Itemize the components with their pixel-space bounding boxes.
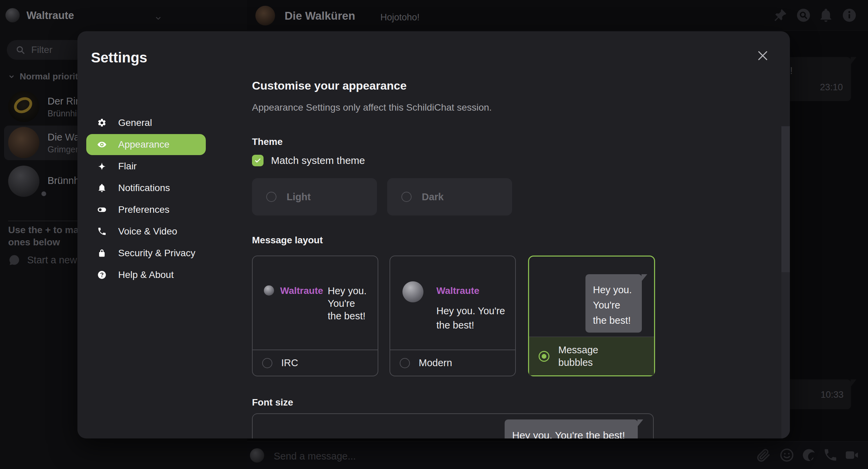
close-icon[interactable]	[756, 49, 770, 62]
question-circle-icon	[97, 270, 107, 280]
match-system-theme-checkbox[interactable]	[252, 155, 264, 166]
settings-content: Customise your appearance Appearance Set…	[252, 31, 654, 438]
room-avatar	[8, 166, 39, 197]
layout-option-irc[interactable]: Waltraute Hey you. You're the best! IRC	[252, 256, 378, 376]
modern-label: Modern	[419, 357, 452, 369]
room-preview: Grimger	[48, 145, 78, 154]
radio-modern[interactable]	[400, 358, 410, 368]
theme-option-dark[interactable]: Dark	[387, 178, 512, 215]
page-subtitle: Appearance Settings only affect this Sch…	[252, 102, 492, 113]
bubble-tail	[641, 274, 647, 281]
sender-avatar	[402, 281, 423, 302]
nav-label: Security & Privacy	[118, 248, 195, 259]
match-system-theme-label: Match system theme	[271, 155, 365, 166]
voice-call-icon[interactable]	[823, 448, 838, 463]
check-icon	[254, 156, 262, 165]
room-avatar	[8, 127, 39, 158]
font-size-preview-panel: Hey you. You're the best!	[252, 413, 654, 438]
sender-avatar	[264, 285, 274, 296]
section-normal-priority[interactable]: Normal priority	[8, 71, 83, 82]
layout-option-modern[interactable]: Waltraute Hey you. You're the best! Mode…	[390, 256, 516, 376]
section-label: Normal priority	[20, 71, 83, 82]
nav-label: General	[118, 117, 152, 128]
user-name[interactable]: Waltraute	[26, 10, 74, 22]
phone-icon	[97, 227, 107, 236]
radio-bubbles-selected[interactable]	[539, 351, 549, 362]
chevron-down-icon[interactable]	[155, 15, 162, 22]
user-avatar[interactable]	[5, 8, 20, 22]
toggle-icon	[97, 205, 107, 214]
sticker-icon[interactable]	[801, 448, 816, 463]
layout-option-bubbles[interactable]: Hey you. You're the best! Message bubble…	[528, 256, 655, 376]
nav-item-security-privacy[interactable]: Security & Privacy	[86, 243, 206, 264]
message-input[interactable]: Send a message...	[274, 451, 356, 462]
lock-icon	[97, 248, 107, 258]
room-topic[interactable]: Hojotoho!	[380, 12, 420, 23]
message-layout-heading: Message layout	[252, 235, 323, 246]
preview-message: Hey you. You're the best!	[436, 304, 505, 332]
chevron-down-icon	[8, 73, 15, 80]
font-size-heading: Font size	[252, 397, 293, 408]
room-header-avatar[interactable]	[255, 6, 275, 25]
irc-label: IRC	[281, 357, 298, 369]
room-avatar	[8, 91, 39, 122]
nav-item-general[interactable]: General	[86, 112, 206, 133]
preview-bubble: Hey you. You're the best!	[585, 274, 642, 333]
bubbles-preview: Hey you. You're the best!	[529, 257, 654, 337]
nav-label: Flair	[118, 161, 137, 172]
app: Waltraute Filter Normal priority Der Rin…	[0, 0, 868, 469]
info-icon[interactable]	[842, 7, 857, 23]
theme-option-light[interactable]: Light	[252, 178, 377, 215]
nav-item-voice-video[interactable]: Voice & Video	[86, 221, 206, 242]
settings-scrollbar[interactable]	[781, 126, 790, 438]
composer-avatar	[250, 448, 264, 463]
dialog-title: Settings	[91, 50, 147, 66]
nav-label: Notifications	[118, 183, 170, 193]
room-name: Die Wal	[48, 132, 82, 143]
sender-name: Waltraute	[280, 285, 323, 296]
theme-section-heading: Theme	[252, 136, 283, 147]
bubble-tail	[637, 419, 643, 427]
nav-item-notifications[interactable]: Notifications	[86, 177, 206, 199]
match-system-theme-row: Match system theme	[252, 155, 365, 166]
radio-dark[interactable]	[401, 192, 412, 202]
settings-dialog: Settings General Appearance Flair Notifi…	[77, 31, 790, 438]
room-name: Brünnh	[48, 175, 79, 186]
room-title[interactable]: Die Walküren	[285, 10, 355, 22]
font-preview-bubble: Hey you. You're the best!	[505, 419, 638, 438]
nav-item-help-about[interactable]: Help & About	[86, 264, 206, 285]
nav-item-appearance[interactable]: Appearance	[86, 134, 206, 155]
nav-item-preferences[interactable]: Preferences	[86, 199, 206, 220]
bubble-tail	[851, 379, 856, 387]
nav-label: Preferences	[118, 204, 169, 215]
radio-light[interactable]	[266, 192, 276, 202]
sparkle-icon	[97, 162, 107, 171]
message-timestamp: 10:33	[820, 390, 844, 400]
video-call-icon[interactable]	[844, 448, 859, 463]
preview-message: Hey you. You're the best!	[328, 285, 366, 322]
presence-dot	[40, 190, 48, 198]
attachment-icon[interactable]	[756, 448, 771, 463]
page-title: Customise your appearance	[252, 79, 406, 92]
nav-item-flair[interactable]: Flair	[86, 156, 206, 177]
room-preview: Brünnhil	[48, 109, 79, 118]
radio-irc[interactable]	[262, 358, 272, 368]
sidebar-hint-line2: ones below	[8, 237, 60, 248]
irc-footer: IRC	[253, 350, 378, 376]
pin-icon[interactable]	[772, 7, 788, 23]
scrollbar-thumb[interactable]	[781, 126, 790, 272]
message-timestamp: 23:10	[820, 82, 843, 93]
bell-icon[interactable]	[818, 7, 834, 23]
nav-label: Voice & Video	[118, 226, 177, 237]
font-preview-text: Hey you. You're the best!	[512, 430, 638, 438]
search-icon[interactable]	[796, 7, 811, 23]
nav-label: Help & About	[118, 269, 174, 280]
bubble-tail	[851, 57, 856, 64]
theme-light-label: Light	[287, 191, 311, 203]
emoji-icon[interactable]	[779, 448, 794, 463]
room-header: Die Walküren Hojotoho!	[247, 0, 868, 31]
filter-placeholder: Filter	[31, 44, 52, 55]
nav-label: Appearance	[118, 139, 169, 150]
chat-bubble-icon	[8, 254, 20, 266]
bubbles-footer: Message bubbles	[529, 337, 654, 375]
